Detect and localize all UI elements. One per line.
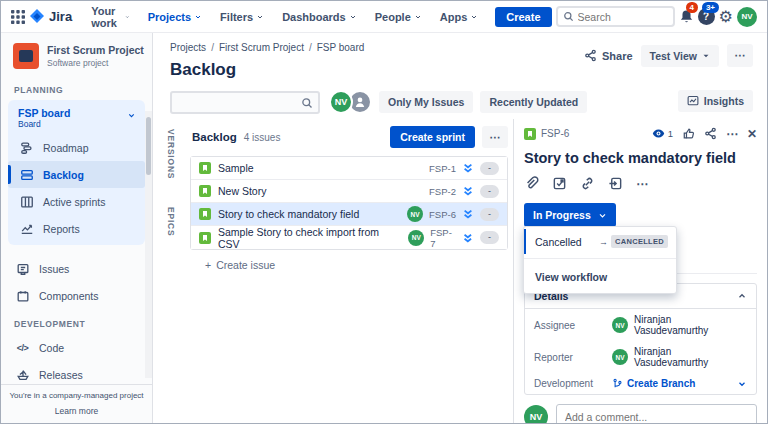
details-card: Details Assignee NV Niranjan Vasudevamur… — [524, 283, 757, 395]
create-button[interactable]: Create — [495, 7, 551, 27]
assignee-avatar[interactable]: NV — [407, 206, 423, 222]
view-selector-button[interactable]: Test View — [641, 45, 719, 67]
learn-more-link[interactable]: Learn more — [7, 406, 146, 416]
create-branch-link[interactable]: Create Branch — [612, 378, 695, 389]
sidebar-item-issues[interactable]: Issues — [4, 255, 152, 282]
share-button[interactable]: Share — [584, 49, 633, 62]
header-more-button[interactable]: ⋯ — [727, 44, 753, 67]
assignee-value[interactable]: NV Niranjan Vasudevamurthy — [612, 314, 747, 336]
reporter-value[interactable]: NV Niranjan Vasudevamurthy — [612, 346, 747, 368]
topnav-item-projects[interactable]: Projects — [141, 6, 209, 28]
sidebar-item-reports[interactable]: Reports — [8, 215, 145, 242]
breadcrumb-project[interactable]: First Scrum Project — [219, 42, 304, 53]
project-name: First Scrum Project — [47, 44, 144, 57]
status-lozenge: CANCELLED — [611, 235, 668, 248]
story-type-icon — [199, 208, 211, 220]
quick-action-buttons: ⋯ — [524, 176, 757, 191]
epics-rail-toggle[interactable]: EPICS — [166, 207, 176, 237]
breadcrumb-projects[interactable]: Projects — [170, 42, 206, 53]
active-sprints-icon — [19, 195, 34, 209]
detail-more-button[interactable]: ⋯ — [726, 128, 738, 140]
dropdown-divider — [524, 258, 676, 259]
insights-button[interactable]: Insights — [678, 90, 753, 112]
app-switcher-icon[interactable] — [11, 6, 25, 28]
topnav-item-filters[interactable]: Filters — [213, 6, 271, 28]
main-header: Projects / First Scrum Project / FSP boa… — [153, 33, 767, 115]
roadmap-icon — [19, 141, 34, 155]
chevron-down-icon — [414, 13, 422, 21]
chevron-down-icon — [125, 13, 130, 21]
topnav-item-people[interactable]: People — [368, 6, 429, 28]
breadcrumb-board[interactable]: FSP board — [317, 42, 365, 53]
topnav-item-dashboards[interactable]: Dashboards — [275, 6, 364, 28]
add-form-button[interactable] — [608, 176, 623, 191]
comment-composer: NV — [524, 404, 757, 424]
sidebar-item-backlog[interactable]: Backlog — [8, 161, 145, 188]
development-expand-chevron[interactable] — [737, 379, 747, 389]
components-icon — [15, 289, 30, 303]
issue-row[interactable]: Sample Story to check import from CSV NV… — [191, 226, 507, 249]
comment-input[interactable] — [556, 404, 757, 424]
issue-row-selected[interactable]: Story to check mandatory field NV FSP-6 … — [191, 203, 507, 226]
jira-logo[interactable]: Jira — [29, 9, 72, 25]
project-header[interactable]: First Scrum Project Software project — [1, 33, 152, 75]
estimate-badge[interactable]: - — [480, 208, 499, 221]
issues-icon — [15, 262, 30, 276]
sidebar-item-code[interactable]: </> Code — [4, 334, 152, 361]
only-my-issues-button[interactable]: Only My Issues — [379, 91, 473, 113]
user-avatar[interactable]: NV — [737, 7, 757, 27]
link-issue-button[interactable] — [580, 176, 595, 191]
topnav-item-apps[interactable]: Apps — [433, 6, 486, 28]
backlog-more-button[interactable]: ⋯ — [482, 126, 508, 148]
scrollbar-thumb[interactable] — [146, 117, 151, 175]
header-actions: Share Test View ⋯ — [584, 44, 753, 67]
board-search[interactable] — [170, 91, 320, 114]
global-search-input[interactable] — [578, 11, 668, 23]
issue-key[interactable]: FSP-6 — [541, 128, 569, 139]
estimate-badge[interactable]: - — [480, 185, 499, 198]
estimate-badge[interactable]: - — [480, 231, 499, 244]
add-child-issue-button[interactable] — [552, 176, 567, 191]
form-box-arrow-icon — [608, 176, 623, 191]
sidebar-item-components[interactable]: Components — [4, 282, 152, 309]
create-issue-button[interactable]: + Create issue — [205, 259, 275, 271]
close-detail-icon[interactable]: ✕ — [747, 128, 757, 140]
chevron-down-icon — [127, 111, 136, 120]
sidebar-item-roadmap[interactable]: Roadmap — [8, 134, 145, 161]
estimate-badge[interactable]: - — [480, 162, 499, 175]
issue-summary: Sample Story to check import from CSV — [218, 226, 401, 250]
versions-rail-toggle[interactable]: VERSIONS — [166, 129, 176, 179]
member-avatar-nv[interactable]: NV — [329, 90, 353, 114]
chevron-up-icon — [737, 291, 747, 301]
global-search[interactable] — [556, 6, 675, 27]
sidebar-scrollbar[interactable] — [145, 111, 152, 378]
assignee-avatar[interactable]: NV — [408, 230, 424, 246]
issue-title[interactable]: Story to check mandatory field — [524, 150, 757, 167]
attach-button[interactable] — [524, 176, 539, 191]
status-option-cancelled[interactable]: Cancelled → CANCELLED — [524, 227, 676, 256]
share-icon[interactable] — [704, 127, 717, 140]
create-sprint-button[interactable]: Create sprint — [390, 126, 475, 148]
status-dropdown-button[interactable]: In Progress — [524, 203, 616, 227]
watch-count: 1 — [668, 128, 673, 139]
board-switcher[interactable]: FSP board Board — [8, 107, 145, 134]
recently-updated-button[interactable]: Recently Updated — [480, 91, 587, 113]
notifications-bell-icon[interactable]: 4 — [679, 5, 694, 29]
watch-button[interactable]: 1 — [652, 127, 673, 140]
quick-actions-more-button[interactable]: ⋯ — [636, 177, 648, 191]
settings-gear-icon[interactable]: ⚙ — [719, 5, 733, 29]
field-row-reporter: Reporter NV Niranjan Vasudevamurthy — [525, 341, 756, 373]
issue-row[interactable]: New Story FSP-2 - — [191, 180, 507, 203]
view-workflow-item[interactable]: View workflow — [524, 261, 676, 293]
issue-row[interactable]: Sample FSP-1 - — [191, 157, 507, 180]
like-thumb-icon[interactable] — [682, 127, 695, 140]
help-icon[interactable]: ? 3+ — [698, 5, 715, 29]
reports-icon — [19, 222, 34, 236]
person-icon — [353, 95, 367, 109]
topnav-item-your-work[interactable]: Your work — [84, 0, 137, 34]
board-search-input[interactable] — [172, 93, 292, 112]
chevron-down-icon — [598, 211, 607, 220]
story-type-icon — [524, 128, 536, 140]
sidebar-item-active-sprints[interactable]: Active sprints — [8, 188, 145, 215]
backlog-icon — [19, 168, 34, 182]
